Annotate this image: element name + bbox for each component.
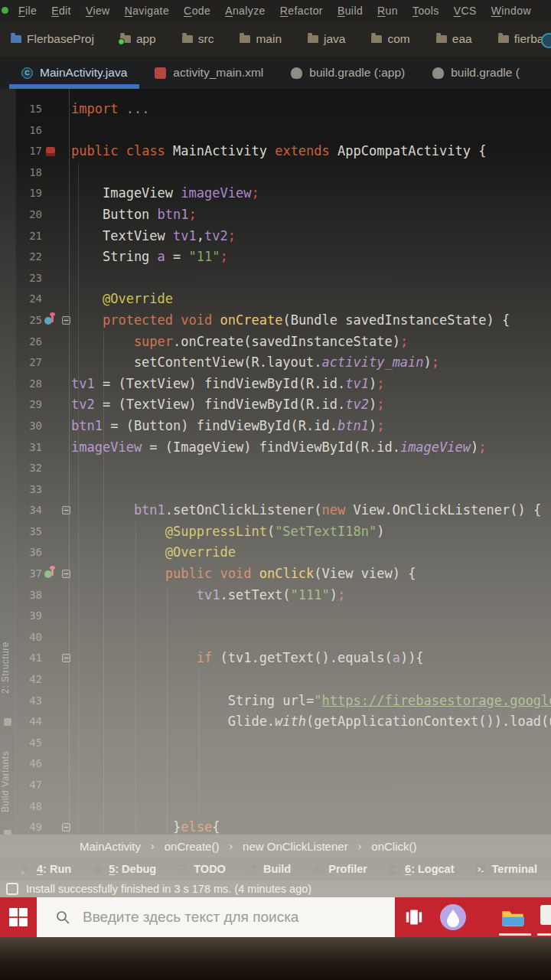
path-item-com[interactable]: com (371, 32, 409, 46)
menu-item-navigate[interactable]: Navigate (125, 5, 169, 17)
assistant-button[interactable] (436, 897, 470, 937)
code-line[interactable]: 40 (16, 627, 551, 648)
tab-build-gradle[interactable]: build.gradle ( (419, 57, 533, 89)
partial-taskbar-icon[interactable] (540, 905, 551, 925)
menu-item-window[interactable]: Window (491, 5, 531, 17)
menu-item-tools[interactable]: Tools (412, 5, 439, 17)
code-line[interactable]: 25−protected void onCreate(Bundle savedI… (16, 310, 551, 332)
code-line[interactable]: 36@Override (16, 542, 551, 564)
code-line[interactable]: 33 (16, 479, 551, 501)
menu-item-refactor[interactable]: Refactor (280, 5, 323, 17)
code-line[interactable]: 31imageView = (ImageView) findViewById(R… (16, 437, 551, 459)
code-line[interactable]: 30btn1 = (Button) findViewById(R.id.btn1… (16, 416, 551, 437)
code-line[interactable]: 21TextView tv1,tv2; (16, 226, 551, 247)
path-item-flerbaseproj[interactable]: FlerbaseProj (11, 32, 94, 46)
collapse-icon[interactable]: − (62, 570, 70, 578)
code-line[interactable]: 47 (16, 775, 551, 796)
fold-cell (59, 458, 71, 479)
gutter-icon-cell (42, 204, 59, 226)
menu-item-view[interactable]: View (86, 5, 110, 17)
code-line[interactable]: 32 (16, 458, 551, 479)
line-number: 21 (16, 226, 42, 247)
code-line[interactable]: 43String url="https://firebasestorage.go… (16, 691, 551, 712)
code-line[interactable]: 24@Override (16, 289, 551, 310)
code-line[interactable]: 27setContentView(R.layout.activity_main)… (16, 352, 551, 374)
breadcrumb-mainactivity[interactable]: MainActivity (80, 840, 141, 853)
code-line[interactable]: 28tv1 = (TextView) findViewById(R.id.tv1… (16, 374, 551, 395)
breadcrumb-onclick[interactable]: onClick() (371, 840, 416, 853)
fold-cell: − (59, 500, 71, 521)
code-line[interactable]: 35@SuppressLint("SetTextI18n") (16, 521, 551, 543)
path-item-src[interactable]: src (182, 32, 214, 46)
code-line[interactable]: 23 (16, 268, 551, 289)
collapse-icon[interactable]: − (62, 316, 70, 325)
taskbar-search-input[interactable] (81, 908, 375, 926)
tool-button-build[interactable]: Build (246, 863, 291, 875)
path-item-main[interactable]: main (240, 32, 282, 46)
code-line[interactable]: 46 (16, 753, 551, 775)
code-line[interactable]: 16 (16, 120, 551, 142)
fold-cell (59, 796, 71, 818)
menu-item-vcs[interactable]: VCS (454, 5, 477, 17)
breadcrumb-oncreate[interactable]: onCreate() (165, 840, 220, 853)
tab-activity-main-xml[interactable]: activity_main.xml (141, 57, 277, 89)
tool-button-6-logcat[interactable]: 6: Logcat (388, 863, 454, 875)
menu-item-code[interactable]: Code (184, 5, 210, 17)
menu-item-analyze[interactable]: Analyze (225, 5, 266, 17)
path-item-app[interactable]: app (120, 32, 156, 46)
code-line[interactable]: 29tv2 = (TextView) findViewById(R.id.tv2… (16, 394, 551, 416)
code-line[interactable]: 18 (16, 162, 551, 184)
code-line[interactable]: 39 (16, 606, 551, 627)
collapse-icon[interactable]: − (62, 654, 70, 662)
tool-button-4-run[interactable]: 4: Run (20, 863, 71, 875)
status-bar: Install successfully finished in 3 s 178… (0, 880, 551, 897)
file-explorer-button[interactable] (497, 897, 528, 937)
tab-build-gradle-app[interactable]: build.gradle (:app) (277, 57, 419, 89)
path-item-java[interactable]: java (308, 32, 345, 46)
line-number: 34 (16, 500, 42, 521)
collapse-icon[interactable]: − (62, 506, 70, 514)
code-line[interactable]: 20Button btn1; (16, 204, 551, 226)
path-item-eaa[interactable]: eaa (436, 32, 472, 46)
collapse-icon[interactable]: − (62, 823, 70, 831)
structure-toolwindow-icon[interactable] (4, 718, 11, 726)
line-number: 46 (16, 753, 42, 775)
code-line[interactable]: 22String a = "11"; (16, 247, 551, 268)
code-line[interactable]: 45 (16, 733, 551, 754)
menu-item-build[interactable]: Build (337, 5, 363, 17)
code-line[interactable]: 17public class MainActivity extends AppC… (16, 141, 551, 162)
code-line[interactable]: 44Glide.with(getApplicationContext()).lo… (16, 711, 551, 733)
menu-item-run[interactable]: Run (377, 5, 398, 17)
tool-button-profiler[interactable]: Profiler (311, 863, 367, 875)
tool-button-5-debug[interactable]: 5: Debug (92, 863, 156, 875)
token-pl: ) (377, 524, 384, 539)
code-line[interactable]: 19ImageView imageView; (16, 183, 551, 204)
path-item-label: src (198, 32, 214, 46)
token-pl: ( (267, 524, 275, 539)
code-line[interactable]: 49−}else{ (16, 817, 551, 835)
event-log-icon[interactable] (6, 883, 18, 895)
menu-item-file[interactable]: File (18, 5, 37, 17)
toolwindow-button-build-variants[interactable]: Build Variants (0, 734, 15, 829)
code-line[interactable]: 42 (16, 669, 551, 691)
code-line[interactable]: 26super.onCreate(savedInstanceState); (16, 332, 551, 353)
tool-button-terminal[interactable]: Terminal (475, 863, 537, 875)
gutter-icon-cell (42, 796, 59, 818)
code-editor[interactable]: 15import ...1617public class MainActivit… (15, 89, 551, 835)
project-breadcrumb-bar: FlerbaseProjappsrcmainjavacomeaafierbase… (0, 21, 551, 57)
gradle-icon (291, 67, 302, 79)
code-line[interactable]: 34−btn1.setOnClickListener(new View.OnCl… (16, 500, 551, 521)
code-line[interactable]: 15import ... (16, 99, 551, 120)
code-line[interactable]: 41−if (tv1.getText().equals(a)){ (16, 648, 551, 669)
breadcrumb-new-onclicklistener[interactable]: new OnClickListener (243, 840, 348, 853)
code-line[interactable]: 37−public void onClick(View view) { (16, 564, 551, 585)
tool-button-todo[interactable]: TODO (177, 863, 226, 875)
menu-item-edit[interactable]: Edit (51, 5, 71, 17)
tab-mainactivity-java[interactable]: CMainActivity.java (8, 57, 141, 89)
code-line[interactable]: 48 (16, 796, 551, 818)
task-view-button[interactable] (401, 897, 427, 937)
start-button[interactable] (0, 897, 37, 937)
code-line[interactable]: 38tv1.setText("111"); (16, 585, 551, 606)
toolwindow-button-2-structure[interactable]: 2: Structure (0, 621, 15, 714)
taskbar-search-box[interactable] (37, 897, 395, 937)
